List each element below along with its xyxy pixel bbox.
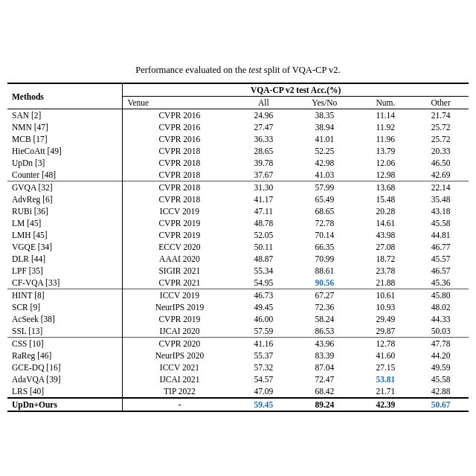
value-cell: 21.74 xyxy=(413,109,469,122)
value-cell: 13.79 xyxy=(358,145,413,157)
value-cell: 24.96 xyxy=(236,109,291,122)
value-cell: 72.78 xyxy=(291,217,358,229)
value-cell: CVPR 2019 xyxy=(123,217,236,229)
value-cell: CVPR 2016 xyxy=(123,121,236,133)
value-cell: 12.98 xyxy=(358,169,413,181)
final-value-cell: 89.24 xyxy=(291,398,358,411)
value-cell: CVPR 2021 xyxy=(123,277,236,289)
table-row: LRS [40]TIP 202247.0968.4221.7142.88 xyxy=(7,385,469,398)
value-cell: 44.81 xyxy=(413,229,469,241)
table-row: RUBi [36]ICCV 201947.1168.6520.2843.18 xyxy=(7,205,469,217)
value-cell: 46.77 xyxy=(413,241,469,253)
method-cell: AdaVQA [39] xyxy=(7,373,123,385)
method-cell: Counter [48] xyxy=(7,169,123,181)
other-header: Other xyxy=(413,97,469,109)
value-cell: 72.36 xyxy=(291,301,358,313)
method-cell: CF-VQA [33] xyxy=(7,277,123,289)
table-row: NMN [47]CVPR 201627.4738.9411.9225.72 xyxy=(7,121,469,133)
value-cell: 46.50 xyxy=(413,157,469,169)
value-cell: 46.00 xyxy=(236,313,291,325)
table-row: GCE-DQ [16]ICCV 202157.3287.0427.1549.59 xyxy=(7,361,469,373)
value-cell: 87.04 xyxy=(291,361,358,373)
value-cell: 44.33 xyxy=(413,313,469,325)
table-row: UpDn [3]CVPR 201839.7842.9812.0646.50 xyxy=(7,157,469,169)
value-cell: 43.98 xyxy=(358,229,413,241)
table-row: DLR [44]AAAI 202048.8770.9918.7245.57 xyxy=(7,253,469,265)
value-cell: 46.73 xyxy=(236,289,291,302)
method-cell: VGQE [34] xyxy=(7,241,123,253)
final-method-cell: UpDn+Ours xyxy=(7,398,123,411)
value-cell: 41.03 xyxy=(291,169,358,181)
value-cell: 57.32 xyxy=(236,361,291,373)
value-cell: CVPR 2016 xyxy=(123,109,236,122)
table-row: RaReg [46]NeurIPS 202055.3783.3941.6044.… xyxy=(7,350,469,361)
final-value-cell: 50.67 xyxy=(413,398,469,411)
value-cell: 50.03 xyxy=(413,325,469,338)
value-cell: 15.48 xyxy=(358,193,413,205)
value-cell: 21.71 xyxy=(358,385,413,398)
all-header: All xyxy=(236,97,291,109)
table-row: LMH [45]CVPR 201952.0570.1443.9844.81 xyxy=(7,229,469,241)
yesno-header: Yes/No xyxy=(291,97,358,109)
venue-header: Venue xyxy=(123,97,236,109)
value-cell: 55.37 xyxy=(236,350,291,361)
value-cell: 27.47 xyxy=(236,121,291,133)
value-cell: 90.56 xyxy=(291,277,358,289)
method-cell: AcSeek [38] xyxy=(7,313,123,325)
method-cell: LM [45] xyxy=(7,217,123,229)
value-cell: 20.28 xyxy=(358,205,413,217)
main-container: Performance evaluated on the test split … xyxy=(7,64,469,413)
method-cell: CSS [10] xyxy=(7,338,123,350)
value-cell: 47.11 xyxy=(236,205,291,217)
value-cell: 14.61 xyxy=(358,217,413,229)
table-row: AdvReg [6]CVPR 201841.1765.4915.4835.48 xyxy=(7,193,469,205)
value-cell: TIP 2022 xyxy=(123,385,236,398)
value-cell: 13.68 xyxy=(358,181,413,194)
table-row: SAN [2]CVPR 201624.9638.3511.1421.74 xyxy=(7,109,469,122)
value-cell: 48.87 xyxy=(236,253,291,265)
value-cell: 21.88 xyxy=(358,277,413,289)
value-cell: 10.93 xyxy=(358,301,413,313)
table-row: LM [45]CVPR 201948.7872.7814.6145.58 xyxy=(7,217,469,229)
value-cell: 72.47 xyxy=(291,373,358,385)
results-table: Methods VQA-CP v2 test Acc.(%) Venue All… xyxy=(7,83,469,412)
value-cell: 53.81 xyxy=(358,373,413,385)
value-cell: CVPR 2020 xyxy=(123,338,236,350)
value-cell: 25.72 xyxy=(413,121,469,133)
method-cell: GCE-DQ [16] xyxy=(7,361,123,373)
value-cell: CVPR 2018 xyxy=(123,145,236,157)
value-cell: 29.49 xyxy=(358,313,413,325)
value-cell: 68.42 xyxy=(291,385,358,398)
value-cell: 55.34 xyxy=(236,265,291,277)
table-row: AcSeek [38]CVPR 201946.0058.2429.4944.33 xyxy=(7,313,469,325)
value-cell: ICCV 2021 xyxy=(123,361,236,373)
method-cell: AdvReg [6] xyxy=(7,193,123,205)
value-cell: 18.72 xyxy=(358,253,413,265)
value-cell: 68.65 xyxy=(291,205,358,217)
table-row: SSL [13]IJCAI 202057.5986.5329.8750.03 xyxy=(7,325,469,338)
final-value-cell: - xyxy=(123,398,236,411)
value-cell: 43.18 xyxy=(413,205,469,217)
value-cell: 67.27 xyxy=(291,289,358,302)
value-cell: 37.67 xyxy=(236,169,291,181)
value-cell: 45.58 xyxy=(413,217,469,229)
method-cell: UpDn [3] xyxy=(7,157,123,169)
method-cell: HINT [8] xyxy=(7,289,123,302)
table-row: Counter [48]CVPR 201837.6741.0312.9842.6… xyxy=(7,169,469,181)
value-cell: 11.92 xyxy=(358,121,413,133)
methods-header: Methods xyxy=(7,83,123,109)
value-cell: 28.65 xyxy=(236,145,291,157)
value-cell: 38.35 xyxy=(291,109,358,122)
value-cell: IJCAI 2020 xyxy=(123,325,236,338)
value-cell: 35.48 xyxy=(413,193,469,205)
table-row: HieCoAtt [49]CVPR 201828.6552.2513.7920.… xyxy=(7,145,469,157)
value-cell: AAAI 2020 xyxy=(123,253,236,265)
value-cell: 58.24 xyxy=(291,313,358,325)
value-cell: 54.95 xyxy=(236,277,291,289)
method-cell: LMH [45] xyxy=(7,229,123,241)
final-value-cell: 42.39 xyxy=(358,398,413,411)
value-cell: ICCV 2019 xyxy=(123,205,236,217)
value-cell: 43.96 xyxy=(291,338,358,350)
method-cell: SCR [9] xyxy=(7,301,123,313)
value-cell: 22.14 xyxy=(413,181,469,194)
